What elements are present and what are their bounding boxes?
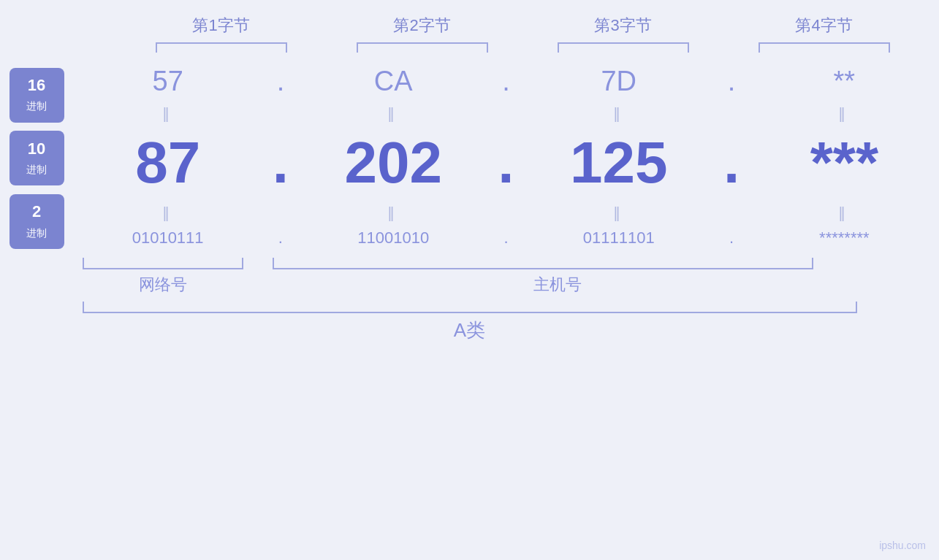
eq-row-2: ‖ ‖ ‖ ‖ — [83, 202, 930, 223]
hex-dot-2: . — [491, 66, 520, 97]
col-header-1: 第1字节 — [145, 15, 298, 37]
watermark: ipshu.com — [879, 540, 926, 551]
hex-val-4: ** — [771, 66, 917, 97]
bin-dot-2: . — [491, 229, 520, 248]
eq-row-1: ‖ ‖ ‖ ‖ — [83, 103, 930, 123]
bin-label: 2进制 — [9, 194, 64, 249]
dec-val-1: 87 — [95, 129, 241, 196]
dec-row: 87 . 202 . 125 . *** — [83, 123, 930, 202]
dec-val-2: 202 — [320, 129, 466, 196]
top-bracket-1 — [156, 42, 287, 53]
net-bottom-bracket — [83, 258, 243, 269]
dec-dot-1: . — [266, 129, 295, 196]
col-header-3: 第3字节 — [547, 15, 700, 37]
bin-dot-1: . — [266, 229, 295, 248]
hex-val-1: 57 — [95, 66, 241, 97]
network-label: 网络号 — [83, 274, 243, 296]
hex-dot-3: . — [717, 66, 746, 97]
hex-label: 16进制 — [9, 68, 64, 123]
col-header-2: 第2字节 — [346, 15, 499, 37]
main-container: 第1字节 第2字节 第3字节 第4字节 16进制 10进制 2进制 — [0, 0, 939, 560]
hex-dot-1: . — [266, 66, 295, 97]
top-bracket-3 — [558, 42, 689, 53]
dec-val-4: *** — [771, 129, 917, 196]
dec-dot-3: . — [717, 129, 746, 196]
dec-val-3: 125 — [546, 129, 692, 196]
bin-val-1: 01010111 — [95, 229, 241, 248]
bin-val-4: ******** — [771, 229, 917, 248]
host-label: 主机号 — [287, 274, 828, 296]
dec-label: 10进制 — [9, 131, 64, 185]
bin-val-2: 11001010 — [320, 229, 466, 248]
class-label: A类 — [83, 318, 857, 343]
top-bracket-2 — [357, 42, 488, 53]
hex-val-3: 7D — [546, 66, 692, 97]
bin-row: 01010111 . 11001010 . 01111101 . *******… — [83, 223, 930, 253]
col-header-4: 第4字节 — [748, 15, 901, 37]
hex-row: 57 . CA . 7D . ** — [83, 60, 930, 103]
hex-val-2: CA — [320, 66, 466, 97]
class-bottom-bracket — [83, 302, 857, 313]
host-bottom-bracket — [273, 258, 813, 269]
top-bracket-4 — [759, 42, 890, 53]
bin-val-3: 01111101 — [546, 229, 692, 248]
bin-dot-3: . — [717, 229, 746, 248]
dec-dot-2: . — [491, 129, 520, 196]
